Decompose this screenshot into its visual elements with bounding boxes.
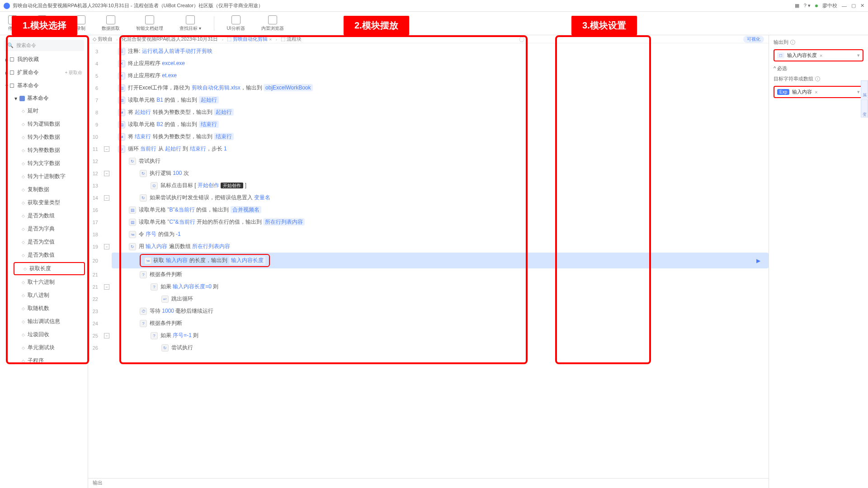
cmd-是否为数值[interactable]: 是否为数值 (11, 249, 88, 262)
search-input[interactable]: 🔍 搜索命令 (4, 40, 84, 51)
cmd-子程序[interactable]: 子程序 (11, 354, 88, 367)
fold-icon[interactable]: − (104, 195, 109, 201)
help-icon[interactable]: ? ▾ (804, 3, 811, 9)
output-panel-tab[interactable]: 输出 (88, 478, 769, 488)
cmd-icon: ⏱ (140, 308, 147, 315)
line-number: 26 (88, 345, 102, 351)
code-line[interactable]: 8⇄将 起始行 转换为整数类型，输出到 起始行 (88, 106, 769, 118)
tool-icon (106, 15, 115, 24)
info-icon[interactable]: i (815, 76, 820, 81)
code-area[interactable]: 3☰注释: 运行机器人前请手动打开剪映4✕终止应用程序 excel.exe5✕终… (88, 43, 769, 478)
code-line[interactable]: 17▤读取单元格 "C"&当前行 开始的所在行的值，输出到 所在行列表内容 (88, 216, 769, 228)
subgroup-basic[interactable]: ▾ 基本命令 (11, 92, 88, 104)
cmd-获取长度[interactable]: 获取长度 (14, 262, 85, 275)
code-line[interactable]: 10⇄将 结束行 转换为整数类型，输出到 结束行 (88, 131, 769, 143)
breadcrumb-item[interactable]: ⬚ 流程块 (281, 36, 302, 42)
fold-icon[interactable]: − (104, 284, 109, 290)
fold-icon[interactable]: − (104, 146, 109, 152)
breadcrumb-item[interactable]: ◇ 剪映自 (93, 36, 113, 42)
cmd-转为文字数据[interactable]: 转为文字数据 (11, 157, 88, 170)
dropdown-icon[interactable]: ▾ (857, 89, 860, 95)
cmd-icon: ? (140, 320, 147, 327)
code-line[interactable]: 7▤读取单元格 B1 的值，输出到 起始行 (88, 94, 769, 106)
code-line[interactable]: 14−↻如果尝试执行时发生错误，把错误信息置入 变量名 (88, 192, 769, 204)
cmd-延时[interactable]: 延时 (11, 104, 88, 117)
code-line[interactable]: 18≔令 序号 的值为 -1 (88, 228, 769, 240)
edge-tab-2[interactable]: 变 (861, 99, 868, 117)
minimize-button[interactable]: — (842, 3, 847, 9)
run-line-icon[interactable]: ▶ (756, 258, 760, 264)
code-line[interactable]: 9▤读取单元格 B2 的值，输出到 结束行 (88, 118, 769, 131)
code-line[interactable]: 20≔获取 输入内容 的长度，输出到 输入内容长度▶ (88, 253, 769, 268)
visualize-toggle[interactable]: 可视化 (743, 36, 764, 43)
cmd-是否为字典[interactable]: 是否为字典 (11, 222, 88, 235)
code-line[interactable]: 21?根据条件判断 (88, 268, 769, 281)
fold-icon[interactable]: − (104, 244, 109, 249)
cmd-取十六进制[interactable]: 取十六进制 (11, 276, 88, 289)
code-line[interactable]: 11−↻循环 当前行 从 起始行 到 结束行，步长 1 (88, 143, 769, 155)
breadcrumb-item[interactable]: ⬚ 剪映自动化剪辑 × (227, 36, 272, 42)
cmd-转为整数数据[interactable]: 转为整数数据 (11, 144, 88, 157)
line-number: 6 (88, 85, 102, 91)
code-line[interactable]: 24?根据条件判断 (88, 317, 769, 329)
apps-icon[interactable]: ▦ (795, 3, 799, 9)
line-number: 13 (88, 183, 102, 188)
line-number: 18 (88, 232, 102, 237)
cmd-转为逻辑数据[interactable]: 转为逻辑数据 (11, 117, 88, 131)
edge-tab-1[interactable]: 属 (861, 80, 868, 99)
clear-icon[interactable]: × (820, 53, 822, 58)
side-group[interactable]: ▾ ☐基本命令 (0, 79, 88, 92)
tool-4[interactable]: 智能文档处理 (132, 14, 167, 33)
code-line[interactable]: 26↻尝试执行 (88, 342, 769, 354)
cmd-转为小数数据[interactable]: 转为小数数据 (11, 131, 88, 144)
code-line[interactable]: 12↻尝试执行 (88, 155, 769, 167)
fold-icon[interactable]: − (104, 333, 109, 338)
code-line[interactable]: 5✕终止应用程序 et.exe (88, 70, 769, 82)
required-section[interactable]: ^ 必选 (774, 65, 863, 72)
tool-3[interactable]: 数据抓取 (98, 14, 123, 33)
cmd-获取变量类型[interactable]: 获取变量类型 (11, 196, 88, 209)
code-line[interactable]: 19−↻用 输入内容 遍历数组 所在行列表内容 (88, 240, 769, 253)
code-line[interactable]: 23⏱等待 1000 毫秒后继续运行 (88, 305, 769, 317)
tool-6[interactable]: UI分析器 (223, 14, 249, 33)
code-line[interactable]: 12−↻执行逻辑 100 次 (88, 167, 769, 179)
code-line[interactable]: 22↩跳出循环 (88, 293, 769, 305)
tool-5[interactable]: 查找目标 ▾ (176, 14, 205, 33)
code-line[interactable]: 16▤读取单元格 "B"&当前行 的值，输出到 合并视频名 (88, 204, 769, 216)
cmd-取随机数[interactable]: 取随机数 (11, 302, 88, 315)
breadcrumb-item[interactable]: 化混合裂变视频RPA机器人2023年10月31日 (122, 36, 218, 42)
code-line[interactable]: 6▤打开Excel工作簿，路径为 剪映自动化剪辑.xlsx，输出到 objExc… (88, 82, 769, 94)
clear-icon[interactable]: × (815, 89, 817, 95)
dropdown-icon[interactable]: ▾ (857, 52, 860, 58)
cmd-垃圾回收[interactable]: 垃圾回收 (11, 328, 88, 341)
cmd-转为十进制数字[interactable]: 转为十进制数字 (11, 170, 88, 183)
info-icon[interactable]: i (790, 40, 795, 45)
prop-target-field[interactable]: Exp 输入内容 × ▾ (774, 86, 863, 98)
cmd-icon: ▤ (129, 206, 136, 214)
maximize-button[interactable]: ▢ (851, 3, 856, 9)
cmd-icon: ✕ (118, 72, 125, 80)
code-line[interactable]: 13⊙鼠标点击目标 [ 开始创作 开始创作 ] (88, 179, 769, 192)
cmd-输出调试信息[interactable]: 输出调试信息 (11, 315, 88, 328)
tool-icon (145, 15, 154, 24)
close-button[interactable]: ✕ (860, 3, 864, 9)
side-group[interactable]: ▸ ☐扩展命令+ 获取命 (0, 66, 88, 79)
code-line[interactable]: 4✕终止应用程序 excel.exe (88, 57, 769, 70)
annotation-3: 3.模块设置 (571, 16, 637, 35)
prop-output-field[interactable]: □ 输入内容长度 × ▾ (774, 49, 863, 61)
close-icon[interactable]: × (269, 37, 272, 42)
user-name[interactable]: 廖中校 (822, 2, 837, 9)
line-number: 17 (88, 220, 102, 225)
cmd-复制数据[interactable]: 复制数据 (11, 183, 88, 196)
line-number: 21 (88, 272, 102, 277)
side-group[interactable]: ▸ ☐我的收藏 (0, 53, 88, 66)
cmd-是否为数组[interactable]: 是否为数组 (11, 209, 88, 222)
code-line[interactable]: 3☰注释: 运行机器人前请手动打开剪映 (88, 45, 769, 57)
cmd-取八进制[interactable]: 取八进制 (11, 289, 88, 302)
tool-7[interactable]: 内置浏览器 (258, 14, 288, 33)
cmd-单元测试块[interactable]: 单元测试块 (11, 341, 88, 354)
fold-icon[interactable]: − (104, 171, 109, 176)
code-line[interactable]: 21−?如果 输入内容长度=0 则 (88, 281, 769, 293)
code-line[interactable]: 25−?如果 序号=-1 则 (88, 329, 769, 342)
cmd-是否为空值[interactable]: 是否为空值 (11, 235, 88, 249)
